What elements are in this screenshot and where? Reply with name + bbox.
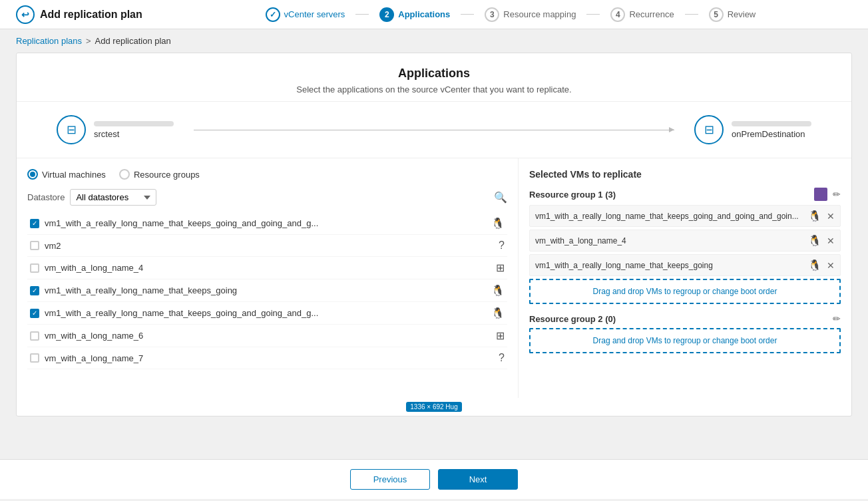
vm-checkbox-0[interactable] [30,219,39,228]
rg1-vm-os-2: 🐧 [808,259,821,271]
selected-vms-title: Selected VMs to replicate [529,169,841,180]
rg1-vm-name-2: vm1_with_a_really_long_name_that_keeps_g… [535,261,803,270]
rg1-edit-icon[interactable]: ✏ [833,189,841,200]
vm-os-icon-1: ? [499,240,505,251]
vm-row: vm2 ? [27,235,507,257]
datastore-select[interactable]: All datastores Datastore 1 Datastore 2 [70,189,156,206]
view-mode-radio-group: Virtual machines Resource groups [27,169,507,180]
rg1-vm-remove-2[interactable]: ✕ [827,260,835,271]
rg1-vm-row-1: vm_with_a_long_name_4 🐧 ✕ [529,230,841,251]
size-hint-bar: 1336 × 692 Hug [17,398,851,416]
step-divider-1 [355,14,369,15]
vm-checkbox-3[interactable] [30,286,39,295]
radio-rg-circle [119,169,130,180]
app-title: ↩ Add replication plan [16,5,142,24]
radio-virtual-machines[interactable]: Virtual machines [27,169,106,180]
breadcrumb-current: Add replication plan [95,36,171,46]
dest-vcenter-icon: ⊟ [694,115,724,144]
wizard-step-resource-mapping[interactable]: 3 Resource mapping [474,7,586,22]
vm-row: vm_with_a_long_name_4 ⊞ [27,257,507,279]
app-icon: ↩ [16,5,35,24]
breadcrumb-parent[interactable]: Replication plans [16,36,82,46]
step-badge-recurrence: 4 [610,7,625,22]
dest-vcenter-name-bar [732,121,811,126]
rg2-edit-icon[interactable]: ✏ [833,313,841,324]
step-label-vcenter: vCenter servers [284,9,345,19]
arrow-line [174,130,694,130]
vm-checkbox-2[interactable] [30,263,39,273]
arrow-inner [194,130,674,130]
radio-rg-label: Resource groups [134,170,200,180]
rg1-title: Resource group 1 (3) [529,190,616,200]
panel-subtitle: Select the applications on the source vC… [33,84,835,94]
rg2-title: Resource group 2 (0) [529,314,616,324]
vm-row: vm1_with_a_really_long_name_that_keeps_g… [27,212,507,235]
rg1-vm-name-1: vm_with_a_long_name_4 [535,236,803,246]
vm-name-1: vm2 [45,241,493,251]
previous-button[interactable]: Previous [350,469,430,490]
rg1-vm-os-1: 🐧 [808,234,821,247]
app-title-text: Add replication plan [40,9,142,21]
vm-os-icon-3: 🐧 [491,284,505,297]
filter-label: Datastore [27,192,65,202]
source-vcenter: ⊟ srctest [57,115,174,144]
radio-vm-circle [27,169,38,180]
rg1-vm-row-2: vm1_with_a_really_long_name_that_keeps_g… [529,254,841,276]
wizard-panel: Applications Select the applications on … [16,53,852,417]
vm-row: vm_with_a_long_name_6 ⊞ [27,325,507,347]
vm-os-icon-2: ⊞ [496,261,505,274]
vm-name-3: vm1_with_a_really_long_name_that_keeps_g… [45,285,486,295]
rg2-header: Resource group 2 (0) ✏ [529,313,841,324]
panel-header: Applications Select the applications on … [17,53,851,102]
next-button[interactable]: Next [438,469,518,490]
rg1-vm-name-0: vm1_with_a_really_long_name_that_keeps_g… [535,212,803,221]
vm-os-icon-4: 🐧 [491,307,505,319]
dest-vcenter: ⊟ onPremDestination [694,115,811,144]
panel-title: Applications [33,67,835,81]
step-label-applications: Applications [398,9,450,19]
vm-checkbox-4[interactable] [30,309,39,318]
vm-os-icon-5: ⊞ [496,329,505,342]
dest-vcenter-label: onPremDestination [732,129,811,139]
step-badge-resource-mapping: 3 [485,7,499,22]
rg2-drag-drop[interactable]: Drag and drop VMs to regroup or change b… [529,328,841,353]
vm-name-5: vm_with_a_long_name_6 [45,331,491,341]
rg1-header: Resource group 1 (3) ✏ [529,188,841,201]
filter-row: Datastore All datastores Datastore 1 Dat… [27,189,507,206]
vm-os-icon-0: 🐧 [491,217,505,230]
wizard-step-review[interactable]: 5 Review [698,7,767,22]
search-icon[interactable]: 🔍 [494,191,507,204]
step-divider-4 [685,14,698,15]
vm-list: vm1_with_a_really_long_name_that_keeps_g… [27,212,507,369]
radio-resource-groups[interactable]: Resource groups [119,169,200,180]
vm-checkbox-6[interactable] [30,353,39,363]
two-column-layout: Virtual machines Resource groups Datasto… [17,158,851,398]
wizard-step-applications[interactable]: 2 Applications [369,7,461,22]
resource-group-1: Resource group 1 (3) ✏ vm1_with_a_really… [529,188,841,304]
left-column: Virtual machines Resource groups Datasto… [17,158,519,398]
vm-checkbox-1[interactable] [30,241,39,250]
rg1-drag-drop[interactable]: Drag and drop VMs to regroup or change b… [529,279,841,304]
step-label-review: Review [728,9,756,19]
bottom-bar: Previous Next [0,459,868,499]
vm-name-2: vm_with_a_long_name_4 [45,263,491,273]
vcenter-bar: ⊟ srctest ⊟ onPremDestination [17,102,851,158]
rg1-vm-remove-0[interactable]: ✕ [827,211,835,222]
top-navigation: ↩ Add replication plan ✓ vCenter servers… [0,0,868,29]
vm-checkbox-5[interactable] [30,331,39,341]
wizard-step-recurrence[interactable]: 4 Recurrence [600,7,684,22]
wizard-step-vcenter[interactable]: ✓ vCenter servers [255,7,356,22]
rg1-vm-remove-1[interactable]: ✕ [827,236,835,246]
source-vcenter-icon: ⊟ [57,115,86,144]
vm-row: vm_with_a_long_name_7 ? [27,347,507,369]
resource-group-2: Resource group 2 (0) ✏ Drag and drop VMs… [529,313,841,353]
source-vcenter-label: srctest [94,129,174,139]
step-divider-3 [586,14,600,15]
main-content: Applications Select the applications on … [0,53,868,459]
dest-vcenter-info: onPremDestination [732,121,811,139]
vm-name-6: vm_with_a_long_name_7 [45,353,493,363]
source-vcenter-info: srctest [94,121,174,139]
step-badge-vcenter: ✓ [266,7,280,22]
step-divider-2 [461,14,474,15]
step-badge-applications: 2 [379,7,394,22]
